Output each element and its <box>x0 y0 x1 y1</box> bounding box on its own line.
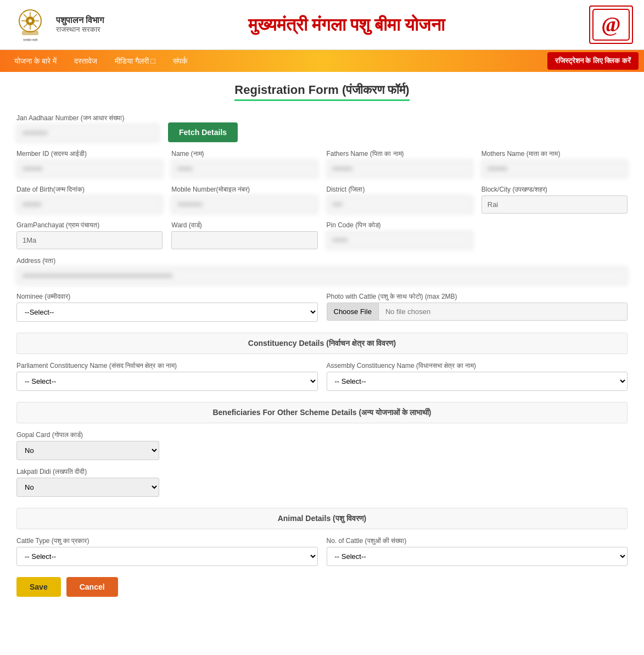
no-cattle-label: No. of Cattle (पशुओं की संख्या) <box>327 537 628 545</box>
org-name: पशुपालन विभाग <box>56 15 104 25</box>
row-animal: Cattle Type (पशु का प्रकार) -- Select-- … <box>16 537 628 566</box>
grampanchayat-label: GramPanchayat (ग्राम पंचायत) <box>16 221 163 229</box>
scheme-title-block: मुख्यमंत्री मंगला पशु बीमा योजना <box>248 15 445 35</box>
grampanchayat-input[interactable] <box>16 231 163 249</box>
nav-item-documents[interactable]: दस्तावेज <box>65 51 106 71</box>
file-input-wrap: Choose File No file chosen <box>327 303 628 321</box>
cattle-type-group: Cattle Type (पशु का प्रकार) -- Select-- <box>16 537 318 566</box>
nav-item-about[interactable]: योजना के बारे में <box>5 51 65 71</box>
member-id-label: Member ID (सदस्य आईडी) <box>16 150 163 158</box>
fetch-details-button[interactable]: Fetch Details <box>168 122 238 142</box>
svg-line-10 <box>24 14 27 18</box>
no-cattle-group: No. of Cattle (पशुओं की संख्या) -- Selec… <box>327 537 628 566</box>
beneficiaries-section-header: Beneficiaries For Other Scheme Details (… <box>16 402 628 423</box>
mobile-label: Mobile Number(मोबाइल नंबर) <box>171 186 317 193</box>
block-group: Block/City (उपखण्ड/शहर) <box>481 186 628 214</box>
right-brand-logo: @ <box>589 5 633 44</box>
jan-aadhaar-group: Jan Aadhaar Number (जन आधार संख्या) <box>16 114 159 142</box>
nav-item-contact[interactable]: संपर्क <box>164 51 196 71</box>
mothers-name-group: Mothers Name (माता का नाम) <box>481 150 628 178</box>
mobile-input[interactable] <box>171 195 317 214</box>
jan-aadhaar-label: Jan Aadhaar Number (जन आधार संख्या) <box>16 114 159 122</box>
parliament-select[interactable]: -- Select-- <box>16 372 318 391</box>
name-group: Name (नाम) <box>171 150 317 178</box>
org-sub: राजस्थान सरकार <box>56 25 104 34</box>
nominee-select[interactable]: --Select-- <box>16 303 318 322</box>
gopal-card-group: Gopal Card (गोपाल कार्ड) No Yes <box>16 431 628 460</box>
lakpati-label: Lakpati Didi (लखपति दीदी) <box>16 468 628 475</box>
row-constituency: Parliament Constituency Name (संसद निर्व… <box>16 362 628 391</box>
address-group: Address (पता) <box>16 257 628 285</box>
name-input[interactable] <box>171 160 317 178</box>
form-title: Registration Form (पंजीकरण फॉर्म) <box>234 83 409 101</box>
svg-line-8 <box>24 24 27 27</box>
fathers-name-input[interactable] <box>327 160 473 178</box>
grampanchayat-group: GramPanchayat (ग्राम पंचायत) <box>16 221 163 249</box>
save-button[interactable]: Save <box>16 577 61 597</box>
no-cattle-select[interactable]: -- Select-- <box>327 547 628 566</box>
member-id-group: Member ID (सदस्य आईडी) <box>16 150 163 178</box>
svg-text:सत्यमेव जयते: सत्यमेव जयते <box>23 38 38 42</box>
photo-group: Photo with Cattle (पशु के साथ फोटो) (max… <box>327 293 628 322</box>
assembly-label: Assembly Constituency Name (विधानसभा क्ष… <box>327 362 628 370</box>
address-label: Address (पता) <box>16 257 628 265</box>
svg-line-6 <box>33 24 37 27</box>
parliament-group: Parliament Constituency Name (संसद निर्व… <box>16 362 318 391</box>
nav-item-media[interactable]: मीडिया गैलरी □ <box>106 51 164 71</box>
nominee-label: Nominee (उम्मीदवार) <box>16 293 318 300</box>
header-left: सत्यमेव जयते पशुपालन विभाग राजस्थान सरका… <box>11 5 104 44</box>
block-label: Block/City (उपखण्ड/शहर) <box>481 186 628 193</box>
ward-input[interactable] <box>171 231 317 249</box>
lakpati-group: Lakpati Didi (लखपति दीदी) No Yes <box>16 468 628 497</box>
district-input[interactable] <box>327 195 473 214</box>
svg-rect-11 <box>22 31 38 35</box>
block-input[interactable] <box>481 195 628 214</box>
main-content: Registration Form (पंजीकरण फॉर्म) Jan Aa… <box>0 72 644 619</box>
mothers-name-label: Mothers Name (माता का नाम) <box>481 150 628 158</box>
member-id-input[interactable] <box>16 160 163 178</box>
jan-aadhaar-input[interactable] <box>16 124 159 142</box>
parliament-label: Parliament Constituency Name (संसद निर्व… <box>16 362 318 370</box>
svg-text:@: @ <box>601 13 620 36</box>
row-gram-ward-pin: GramPanchayat (ग्राम पंचायत) Ward (वार्ड… <box>16 221 628 249</box>
scheme-title: मुख्यमंत्री मंगला पशु बीमा योजना <box>248 15 445 35</box>
header-right-logo-wrap: @ <box>589 5 633 44</box>
row-nominee-photo: Nominee (उम्मीदवार) --Select-- Photo wit… <box>16 293 628 322</box>
choose-file-button[interactable]: Choose File <box>327 303 379 320</box>
nav-items: योजना के बारे में दस्तावेज मीडिया गैलरी … <box>5 51 196 71</box>
assembly-group: Assembly Constituency Name (विधानसभा क्ष… <box>327 362 628 391</box>
mothers-name-input[interactable] <box>481 160 628 178</box>
cancel-button[interactable]: Cancel <box>66 577 118 597</box>
ashoka-emblem-icon: सत्यमेव जयते <box>11 5 49 44</box>
constituency-section-header: Constituency Details (निर्वाचन क्षेत्र क… <box>16 333 628 354</box>
lakpati-select[interactable]: No Yes <box>16 478 159 497</box>
cattle-type-label: Cattle Type (पशु का प्रकार) <box>16 537 318 545</box>
no-file-label: No file chosen <box>379 303 627 320</box>
register-button[interactable]: रजिस्ट्रेशन के लिए क्लिक करें <box>547 52 639 70</box>
row-dob-mobile: Date of Birth(जन्म दिनांक) Mobile Number… <box>16 186 628 214</box>
cattle-type-select[interactable]: -- Select-- <box>16 547 318 566</box>
fathers-name-label: Fathers Name (पिता का नाम) <box>327 150 473 158</box>
ward-group: Ward (वार्ड) <box>171 221 317 249</box>
form-title-block: Registration Form (पंजीकरण फॉर्म) <box>16 83 628 101</box>
dob-group: Date of Birth(जन्म दिनांक) <box>16 186 163 214</box>
svg-point-2 <box>29 19 32 23</box>
pincode-group: Pin Code (पिन कोड) <box>327 221 473 249</box>
photo-label: Photo with Cattle (पशु के साथ फोटो) (max… <box>327 293 628 300</box>
gopal-card-select[interactable]: No Yes <box>16 441 159 460</box>
svg-line-4 <box>33 14 37 18</box>
bottom-buttons: Save Cancel <box>16 577 628 608</box>
org-title-block: पशुपालन विभाग राजस्थान सरकार <box>56 15 104 34</box>
name-label: Name (नाम) <box>171 150 317 158</box>
ward-label: Ward (वार्ड) <box>171 221 317 229</box>
jan-aadhaar-row: Jan Aadhaar Number (जन आधार संख्या) Fetc… <box>16 114 628 142</box>
nominee-group: Nominee (उम्मीदवार) --Select-- <box>16 293 318 322</box>
mobile-group: Mobile Number(मोबाइल नंबर) <box>171 186 317 214</box>
dob-input[interactable] <box>16 195 163 214</box>
dob-label: Date of Birth(जन्म दिनांक) <box>16 186 163 193</box>
header: सत्यमेव जयते पशुपालन विभाग राजस्थान सरका… <box>0 0 644 50</box>
address-input[interactable] <box>16 267 628 285</box>
pincode-input[interactable] <box>327 231 473 249</box>
gopal-card-label: Gopal Card (गोपाल कार्ड) <box>16 431 628 439</box>
assembly-select[interactable]: -- Select-- <box>327 372 628 391</box>
